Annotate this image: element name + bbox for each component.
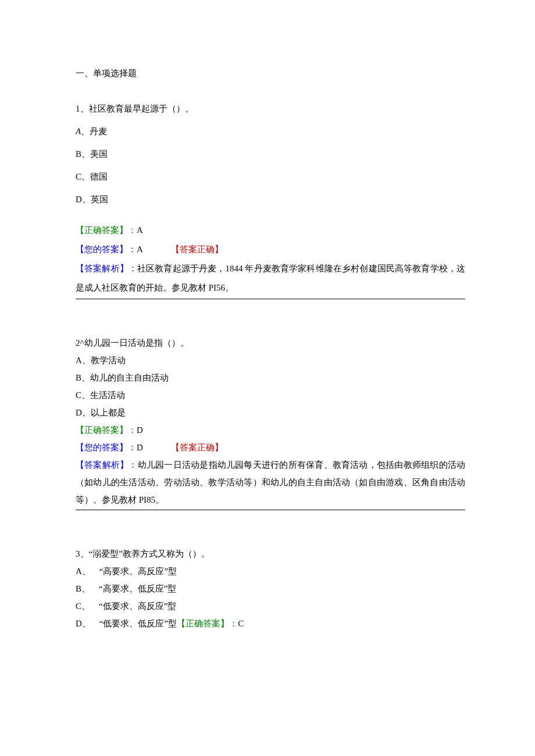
q3-stem: 3、“溺爱型”教养方式又称为（）。 [76, 545, 465, 562]
q2-analysis: 【答案解析】：幼儿园一日活动是指幼儿园每天进行的所有保育、教育活动，包括由教师组… [76, 456, 465, 510]
your-answer-value: D [137, 443, 143, 452]
correct-answer-label: 【正确答案】： [76, 225, 137, 235]
q1-your-answer-row: 【您的答案】：A 【答案正确】 [76, 240, 465, 259]
analysis-label: 【答案解析】： [76, 264, 137, 273]
q1-option-a-label: A [76, 127, 81, 136]
correct-answer-label: 【正确答案】： [76, 425, 137, 435]
q1-analysis: 【答案解析】：社区教育起源于丹麦，1844 年丹麦教育学家科维隆在乡村创建国民高… [76, 259, 465, 299]
answer-result: 【答案正确】 [171, 240, 223, 259]
q1-correct-answer-row: 【正确答案】：A [76, 221, 465, 240]
q1-option-b: B、美国 [76, 145, 465, 164]
q1-option-c: C、德国 [76, 167, 465, 187]
q2-option-c: C、生活活动 [76, 386, 465, 404]
q2-your-answer-row: 【您的答案】：D 【答案正确】 [76, 439, 465, 456]
section-title: 一、单项选择题 [76, 64, 465, 83]
correct-answer-value: C [238, 619, 244, 628]
q2-option-b: B、幼儿的自主自由活动 [76, 369, 465, 386]
correct-answer-value: A [137, 225, 143, 235]
your-answer-label: 【您的答案】： [76, 443, 137, 452]
q1-stem: 1、社区教育最早起源于（）。 [76, 99, 465, 119]
q2-stem: 2^幼儿园一日活动是指（）。 [76, 334, 465, 352]
q2-option-a: A、教学活动 [76, 352, 465, 369]
correct-answer-label: 【正确答案】： [177, 619, 238, 628]
q2-correct-answer-row: 【正确答案】：D [76, 421, 465, 439]
question-2: 2^幼儿园一日活动是指（）。 A、教学活动 B、幼儿的自主自由活动 C、生活活动… [76, 334, 465, 510]
correct-answer-value: D [137, 425, 143, 435]
q2-option-d: D、以上都是 [76, 404, 465, 421]
q3-option-a: A、 “高要求、高反应”型 [76, 562, 465, 580]
q1-option-a-text: 、丹麦 [81, 127, 107, 136]
q1-option-d: D、英国 [76, 190, 465, 209]
analysis-label: 【答案解析】： [76, 460, 138, 470]
document-page: 一、单项选择题 1、社区教育最早起源于（）。 A、丹麦 B、美国 C、德国 D、… [0, 0, 535, 756]
question-3: 3、“溺爱型”教养方式又称为（）。 A、 “高要求、高反应”型 B、 “高要求、… [76, 545, 465, 632]
answer-result: 【答案正确】 [171, 439, 223, 456]
q3-option-d: D、 “低要求、低反应”型【正确答案】：C [76, 615, 465, 632]
q3-option-b: B、 “高要求、低反应”型 [76, 580, 465, 597]
your-answer-label: 【您的答案】： [76, 245, 137, 254]
q1-option-a: A、丹麦 [76, 122, 465, 141]
q3-option-c: C、 “低要求、高反应”型 [76, 597, 465, 615]
your-answer-value: A [137, 245, 143, 254]
question-1: 1、社区教育最早起源于（）。 A、丹麦 B、美国 C、德国 D、英国 【正确答案… [76, 99, 465, 299]
q3-option-d-text: D、 “低要求、低反应”型 [76, 619, 177, 628]
